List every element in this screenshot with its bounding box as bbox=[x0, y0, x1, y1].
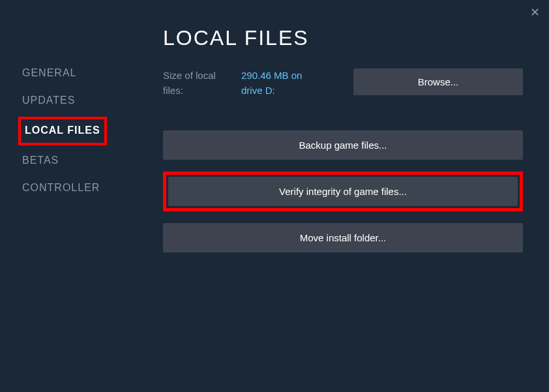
size-info-row: Size of local files: 290.46 MB on drive … bbox=[163, 68, 523, 98]
move-install-folder-button[interactable]: Move install folder... bbox=[163, 223, 523, 252]
verify-integrity-button[interactable]: Verify integrity of game files... bbox=[168, 177, 518, 206]
content-panel: LOCAL FILES Size of local files: 290.46 … bbox=[143, 0, 549, 392]
sidebar-item-updates[interactable]: UPDATES bbox=[18, 89, 79, 112]
sidebar-item-betas[interactable]: BETAS bbox=[18, 149, 63, 172]
highlight-box: LOCAL FILES bbox=[18, 117, 107, 145]
sidebar-item-controller[interactable]: CONTROLLER bbox=[18, 177, 104, 199]
highlight-box: Verify integrity of game files... bbox=[163, 172, 523, 211]
size-value[interactable]: 290.46 MB on drive D: bbox=[241, 68, 319, 98]
sidebar-item-local-files[interactable]: LOCAL FILES bbox=[21, 119, 104, 142]
size-label: Size of local files: bbox=[163, 68, 228, 98]
page-title: LOCAL FILES bbox=[163, 26, 523, 50]
backup-button[interactable]: Backup game files... bbox=[163, 130, 523, 160]
settings-window: ✕ GENERAL UPDATES LOCAL FILES BETAS CONT… bbox=[0, 0, 549, 392]
close-icon[interactable]: ✕ bbox=[530, 7, 540, 18]
sidebar: GENERAL UPDATES LOCAL FILES BETAS CONTRO… bbox=[0, 0, 143, 392]
sidebar-item-general[interactable]: GENERAL bbox=[18, 62, 80, 84]
browse-button[interactable]: Browse... bbox=[353, 68, 523, 95]
